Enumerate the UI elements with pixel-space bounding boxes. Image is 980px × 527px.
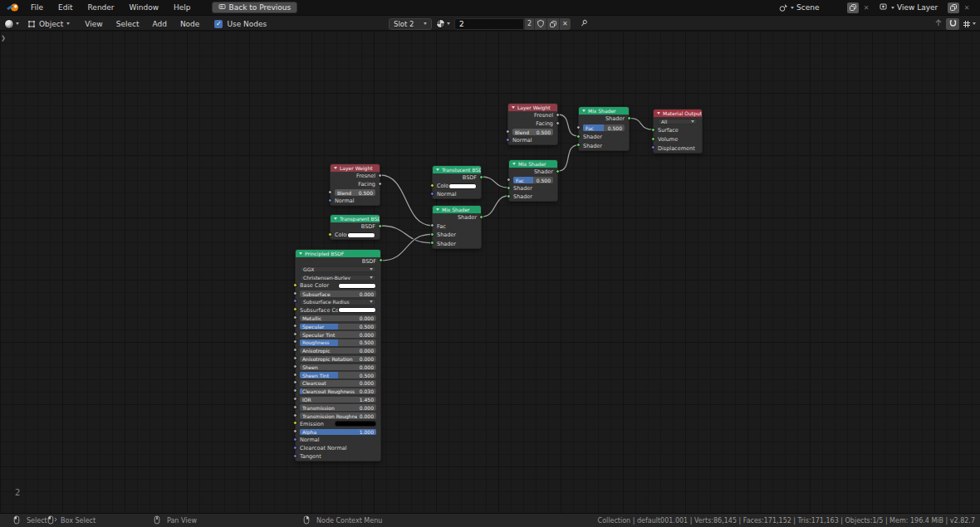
collapse-icon[interactable] [582, 110, 586, 112]
node-header[interactable]: Mix Shader [509, 160, 557, 168]
socket-input[interactable] [293, 283, 297, 287]
slider-subsurface[interactable]: Subsurface0.000 [300, 290, 376, 297]
slider-roughness[interactable]: Roughness0.500 [300, 339, 376, 346]
socket-output[interactable] [378, 173, 382, 178]
node-row-color[interactable]: Color [433, 182, 481, 190]
menu-item-node[interactable]: Node [174, 20, 207, 28]
node-row-bsdf[interactable]: BSDF [331, 222, 380, 231]
snapping-options-button[interactable] [963, 20, 976, 28]
socket-output[interactable] [556, 113, 560, 117]
slider-ior[interactable]: IOR1.450 [300, 397, 376, 403]
socket-output[interactable] [479, 215, 483, 219]
collapse-icon[interactable] [657, 112, 660, 115]
node-row-subsurface-color[interactable]: Subsurface Color [296, 306, 380, 315]
node-row-sheen-tint[interactable]: Sheen Tint0.500 [296, 371, 380, 379]
socket-input[interactable] [328, 198, 332, 203]
remove-view-layer-button[interactable]: ✕ [962, 4, 972, 12]
node-header[interactable]: Material Output [654, 110, 702, 117]
collapse-icon[interactable] [334, 217, 337, 220]
region-expand-icon[interactable]: ❯ [1, 35, 6, 41]
color-swatch[interactable] [335, 421, 376, 427]
node-header[interactable]: Mix Shader [433, 206, 481, 213]
socket-output[interactable] [556, 169, 560, 173]
socket-input[interactable] [293, 291, 297, 295]
node-row-specular-tint[interactable]: Specular Tint0.000 [296, 330, 380, 339]
socket-input[interactable] [293, 356, 297, 360]
menu-item-render[interactable]: Render [81, 0, 122, 15]
node-mix-shader[interactable]: Mix ShaderShaderFac0.500ShaderShader [508, 159, 558, 202]
slider-clearcoat[interactable]: Clearcoat0.000 [300, 380, 376, 387]
node-row-shader[interactable]: Shader [433, 213, 481, 222]
node-row-clearcoat-roughness[interactable]: Clearcoat Roughness0.030 [296, 388, 380, 396]
socket-output[interactable] [479, 175, 483, 179]
socket-input[interactable] [506, 129, 510, 134]
node-header[interactable]: Translucent BSDF [433, 166, 481, 173]
dropdown-all[interactable]: All [658, 119, 698, 125]
slider-transmission[interactable]: Transmission0.000 [300, 404, 376, 411]
socket-output[interactable] [556, 121, 560, 125]
node-header[interactable]: Layer Weight [331, 164, 380, 172]
socket-input[interactable] [576, 134, 581, 139]
socket-input[interactable] [506, 138, 510, 142]
menu-item-help[interactable]: Help [166, 0, 198, 15]
socket-output[interactable] [379, 258, 383, 262]
node-header[interactable]: Transparent BSDF [331, 215, 380, 222]
socket-input[interactable] [328, 190, 332, 194]
node-mix-shader[interactable]: Mix ShaderShaderFacShaderShader [432, 205, 482, 249]
socket-input[interactable] [507, 194, 511, 198]
parent-tree-button[interactable] [934, 18, 943, 29]
scene-selector[interactable]: Scene ✕ [779, 2, 871, 13]
node-row-clearcoat[interactable]: Clearcoat0.000 [296, 379, 380, 388]
node-row-anisotropic-rotation[interactable]: Anisotropic Rotation0.000 [296, 355, 380, 364]
socket-input[interactable] [293, 397, 297, 401]
node-row-fac[interactable]: Fac0.500 [509, 176, 557, 184]
slider-sheen-tint[interactable]: Sheen Tint0.500 [300, 372, 376, 378]
collapse-icon[interactable] [334, 167, 337, 169]
node-row-roughness[interactable]: Roughness0.500 [296, 339, 380, 347]
fake-user-button[interactable] [534, 18, 546, 30]
view-layer-selector[interactable]: View Layer ✕ [880, 2, 972, 13]
node-layer-weight[interactable]: Layer WeightFresnelFacingBlend0.500Norma… [330, 163, 380, 206]
snap-toggle-button[interactable] [946, 18, 959, 30]
node-row-ggx[interactable]: GGX [296, 266, 380, 274]
node-row-facing[interactable]: Facing [508, 120, 557, 128]
dropdown-ggx[interactable]: GGX [300, 266, 376, 273]
menu-item-view[interactable]: View [78, 20, 109, 28]
new-scene-button[interactable] [847, 2, 859, 13]
node-layer-weight[interactable]: Layer WeightFresnelFacingBlend0.500Norma… [507, 103, 558, 145]
socket-output[interactable] [627, 116, 631, 120]
material-users-count[interactable]: 2 [524, 18, 534, 30]
menu-item-select[interactable]: Select [110, 20, 146, 28]
socket-input[interactable] [651, 128, 655, 132]
slider-anisotropic[interactable]: Anisotropic0.000 [300, 348, 376, 354]
socket-input[interactable] [293, 405, 297, 409]
unlink-scene-button[interactable]: ✕ [861, 4, 871, 12]
node-material-output[interactable]: Material OutputAllSurfaceVolumeDisplacem… [653, 109, 703, 154]
dropdown-christensen-burley[interactable]: Christensen-Burley [300, 275, 376, 281]
node-row-ior[interactable]: IOR1.450 [296, 396, 380, 404]
node-row-specular[interactable]: Specular0.500 [296, 322, 380, 330]
node-row-facing[interactable]: Facing [331, 180, 380, 188]
socket-output[interactable] [378, 182, 382, 186]
socket-input[interactable] [430, 232, 434, 237]
socket-input[interactable] [430, 192, 434, 196]
menu-item-file[interactable]: File [23, 0, 51, 15]
color-swatch[interactable] [338, 307, 376, 313]
node-row-fac[interactable]: Fac0.500 [579, 124, 629, 133]
node-row-alpha[interactable]: Alpha1.000 [296, 428, 380, 437]
socket-input[interactable] [507, 178, 511, 182]
node-row-subsurface[interactable]: Subsurface0.000 [296, 290, 380, 298]
node-row-subsurface-radius[interactable]: Subsurface Radius [296, 298, 380, 306]
node-header[interactable]: Mix Shader [579, 107, 629, 115]
slider-transmission-roughness[interactable]: Transmission Roughness0.000 [300, 412, 376, 419]
node-row-fresnel[interactable]: Fresnel [508, 111, 557, 120]
collapse-icon[interactable] [512, 163, 516, 165]
node-header[interactable]: Principled BSDF [296, 250, 380, 257]
node-row-sheen[interactable]: Sheen0.000 [296, 363, 380, 371]
socket-input[interactable] [293, 324, 297, 328]
socket-output[interactable] [378, 224, 382, 228]
node-row-shader[interactable]: Shader [509, 168, 557, 176]
node-row-metallic[interactable]: Metallic0.000 [296, 315, 380, 323]
node-row-transmission[interactable]: Transmission0.000 [296, 403, 380, 412]
socket-input[interactable] [430, 183, 434, 188]
